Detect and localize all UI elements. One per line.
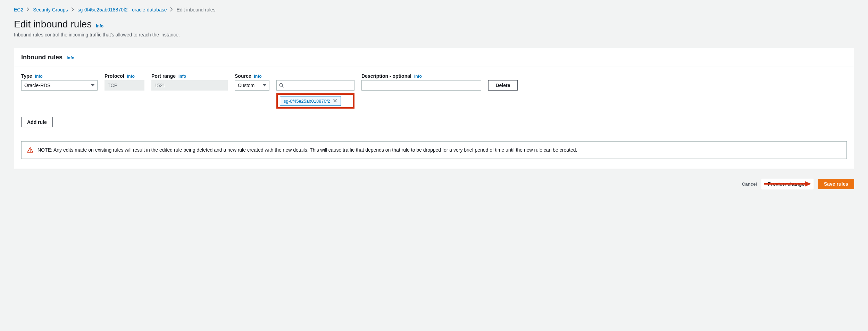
col-label-source: Source <box>235 73 251 79</box>
chevron-right-icon <box>170 7 173 12</box>
source-chip-highlight: sg-0f45e25ab018870f2 <box>276 93 354 109</box>
col-label-type: Type <box>21 73 32 79</box>
warning-text: NOTE: Any edits made on existing rules w… <box>37 146 577 154</box>
source-mode-select[interactable]: Custom <box>235 80 269 91</box>
type-select[interactable]: Oracle-RDS <box>21 80 98 91</box>
search-icon <box>279 83 284 88</box>
col-label-port-range: Port range <box>151 73 176 79</box>
col-label-protocol: Protocol <box>105 73 124 79</box>
svg-point-3 <box>30 151 31 152</box>
page-title-info-link[interactable]: Info <box>96 24 103 28</box>
col-info-description[interactable]: Info <box>414 74 422 79</box>
warning-note: NOTE: Any edits made on existing rules w… <box>21 141 847 159</box>
warning-icon <box>27 147 33 154</box>
source-chip-label: sg-0f45e25ab018870f2 <box>284 99 330 104</box>
protocol-field: TCP <box>105 80 144 91</box>
breadcrumb-security-groups[interactable]: Security Groups <box>33 7 68 12</box>
col-info-protocol[interactable]: Info <box>127 74 135 79</box>
col-info-type[interactable]: Info <box>35 74 43 79</box>
source-mode-value: Custom <box>238 83 254 88</box>
add-rule-button[interactable]: Add rule <box>21 117 53 127</box>
page-description: Inbound rules control the incoming traff… <box>14 32 854 37</box>
chevron-right-icon <box>27 7 30 12</box>
col-label-description: Description - optional <box>361 73 411 79</box>
footer-actions: Cancel Preview changes Save rules <box>14 179 854 189</box>
svg-line-1 <box>282 86 283 87</box>
arrow-annotation <box>764 180 811 187</box>
description-input[interactable] <box>361 80 481 91</box>
cancel-button[interactable]: Cancel <box>742 181 757 187</box>
breadcrumb-current: Edit inbound rules <box>176 7 215 12</box>
save-rules-button[interactable]: Save rules <box>818 179 854 189</box>
chevron-down-icon <box>263 84 266 86</box>
breadcrumb-sg[interactable]: sg-0f45e25ab018870f2 - oracle-database <box>78 7 167 12</box>
close-icon[interactable] <box>333 98 337 104</box>
inbound-rules-panel: Inbound rules Info Type Info Oracle-RDS … <box>14 47 854 169</box>
source-chip[interactable]: sg-0f45e25ab018870f2 <box>280 96 341 106</box>
breadcrumb-ec2[interactable]: EC2 <box>14 7 23 12</box>
port-range-value: 1521 <box>155 83 165 88</box>
col-info-port-range[interactable]: Info <box>178 74 186 79</box>
col-info-source[interactable]: Info <box>254 74 261 79</box>
panel-info-link[interactable]: Info <box>67 56 74 60</box>
protocol-value: TCP <box>108 83 117 88</box>
type-select-value: Oracle-RDS <box>24 83 50 88</box>
svg-marker-5 <box>805 181 811 187</box>
panel-title: Inbound rules <box>21 54 62 61</box>
breadcrumb: EC2 Security Groups sg-0f45e25ab018870f2… <box>14 7 854 12</box>
port-range-field: 1521 <box>151 80 228 91</box>
chevron-right-icon <box>72 7 74 12</box>
chevron-down-icon <box>91 84 94 86</box>
page-title: Edit inbound rules <box>14 19 92 30</box>
delete-button[interactable]: Delete <box>488 80 518 91</box>
source-search-input[interactable] <box>276 80 354 91</box>
